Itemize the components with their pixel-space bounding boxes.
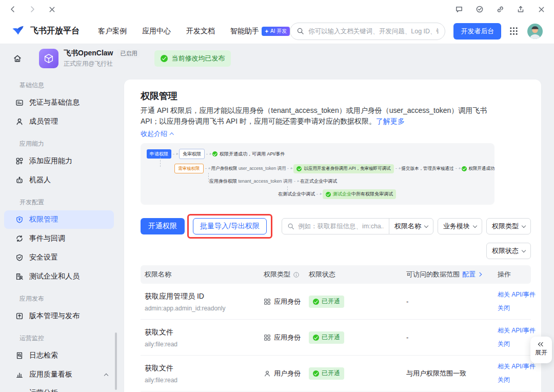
permission-toolbar: 开通权限 批量导入/导出权限 权限名称 业务模块 权限类型 [141, 214, 531, 239]
related-api-link[interactable]: 相关 API/事件 [498, 290, 536, 299]
nav-item-assistant[interactable]: 智能助手 AI 开发 [230, 27, 290, 36]
flow-user-identity-node: 用户身份权限 user_access_token 调用 [211, 166, 286, 172]
filter-module-select[interactable]: 业务模块 [438, 218, 482, 234]
select-label: 权限类型 [492, 222, 519, 231]
related-api-link[interactable]: 相关 API/事件 [498, 326, 536, 335]
sidebar-scrollbar[interactable] [115, 332, 117, 390]
search-input[interactable] [308, 28, 439, 35]
filter-type-select[interactable]: 权限类型 [486, 218, 531, 234]
forward-icon[interactable] [28, 5, 37, 14]
check-icon [313, 335, 319, 341]
filter-status-select[interactable]: 权限状态 [486, 243, 531, 259]
learn-more-link[interactable]: 了解更多 [376, 117, 405, 125]
shield-check-icon [15, 253, 24, 262]
permission-type: 用户身份 [260, 369, 305, 378]
app-identity-icon [264, 334, 271, 341]
user-avatar[interactable] [527, 24, 543, 39]
sidebar-item-label: 权限管理 [29, 215, 58, 224]
permission-name: 获取应用管理员 ID [145, 291, 255, 301]
sidebar-item-permissions[interactable]: 权限管理 [4, 210, 114, 229]
browser-bar [0, 0, 554, 18]
brand[interactable]: 飞书开放平台 [11, 25, 80, 38]
data-scope: 与用户权限范围一致 [402, 369, 493, 378]
sidebar-item-logs[interactable]: 日志检索 [4, 346, 114, 365]
sidebar-item-label: 机器人 [29, 175, 51, 185]
page-description: 开通 API 权限后，应用才能以应用身份（tenant_access_token… [141, 105, 488, 127]
nav-item-cases[interactable]: 客户案例 [98, 27, 127, 36]
sync-arrows-icon [15, 234, 24, 243]
permission-search-group: 权限名称 [282, 218, 433, 234]
select-label: 权限状态 [492, 246, 519, 256]
flow-apply-badge: 申请权限 [147, 149, 171, 159]
nav-item-docs[interactable]: 开发文档 [186, 27, 215, 36]
related-api-link[interactable]: 相关 API/事件 [498, 362, 536, 371]
nav-item-app-center[interactable]: 应用中心 [142, 27, 171, 36]
feishu-logo-icon [11, 25, 26, 38]
flow-connector [173, 154, 177, 154]
permission-code: aily:file:read [145, 377, 255, 384]
sidebar-item-security[interactable]: 安全设置 [4, 248, 114, 267]
developer-console-button[interactable]: 开发者后台 [453, 23, 501, 40]
home-icon[interactable] [8, 49, 27, 68]
close-tab-icon[interactable] [47, 5, 56, 14]
permission-name: 获取文件 [145, 327, 255, 337]
chevron-right-icon [478, 272, 482, 277]
flow-connector [456, 168, 460, 169]
apps-grid-icon[interactable] [506, 23, 521, 40]
collapse-intro-link[interactable]: 收起介绍 [141, 129, 173, 139]
sidebar: 基础信息 凭证与基础信息 成员管理 应用能力 添加应用能力 机器人 开发配置 权… [0, 73, 118, 392]
sidebar-item-label: 应用质量看板 [29, 370, 99, 379]
permission-search[interactable] [282, 223, 389, 230]
sidebar-subitem-analysis[interactable]: 运营分析 [4, 384, 114, 392]
upload-box-icon [15, 312, 24, 320]
table-row: 获取应用管理员 ID admin:app.admin_id:readonly 应… [141, 284, 531, 320]
batch-import-export-button[interactable]: 批量导入/导出权限 [193, 218, 267, 234]
expand-panel-button[interactable]: 展开 [530, 337, 552, 363]
nav-menu: 客户案例 应用中心 开发文档 智能助手 AI 开发 [98, 27, 290, 36]
sidebar-item-add-capability[interactable]: 添加应用能力 [4, 152, 114, 170]
link-icon[interactable] [496, 5, 505, 14]
check-circle-icon[interactable] [475, 5, 484, 14]
share-icon[interactable] [516, 5, 525, 14]
nav-item-label: 智能助手 [230, 27, 259, 36]
close-icon[interactable] [537, 5, 546, 14]
header-scope: 可访问的数据范围 配置 [402, 270, 493, 279]
sidebar-section-dev-config: 开发配置 [0, 190, 118, 210]
sparkle-icon [265, 29, 269, 33]
info-icon[interactable] [293, 271, 300, 278]
back-icon[interactable] [8, 5, 17, 14]
ai-badge-label: AI 开发 [270, 28, 287, 35]
sidebar-item-release[interactable]: 版本管理与发布 [4, 307, 114, 325]
sidebar-section-capability: 应用能力 [0, 131, 118, 151]
app-icon[interactable] [39, 49, 58, 68]
table-row: 获取文件 aily:file:read 用户身份 已开通 与用户权限范围一致 相… [141, 356, 531, 391]
page-title: 权限管理 [141, 90, 531, 102]
publish-status-text: 当前修改均已发布 [171, 54, 225, 63]
sidebar-item-bot[interactable]: 机器人 [4, 171, 114, 189]
comment-icon[interactable] [454, 5, 464, 14]
flow-connector [395, 168, 400, 169]
close-permission-link[interactable]: 关闭 [498, 304, 536, 312]
header-status: 权限状态 [305, 270, 402, 279]
permission-code: admin:app.admin_id:readonly [145, 305, 255, 312]
sidebar-item-quality[interactable]: 应用质量看板 [4, 365, 114, 384]
sidebar-item-test-org[interactable]: 测试企业和人员 [4, 267, 114, 286]
table-header: 权限名称 权限类型 权限状态 可访问的数据范围 配置 操作 [141, 265, 531, 284]
flow-connector [206, 154, 211, 154]
close-permission-link[interactable]: 关闭 [498, 376, 536, 384]
permission-search-input[interactable] [298, 223, 384, 230]
sidebar-item-events[interactable]: 事件与回调 [4, 229, 114, 248]
filter-name-select[interactable]: 权限名称 [389, 219, 433, 234]
sidebar-section-basic: 基础信息 [0, 73, 118, 93]
sidebar-item-credentials[interactable]: 凭证与基础信息 [4, 93, 114, 112]
sidebar-item-members[interactable]: 成员管理 [4, 112, 114, 131]
collapse-intro-label: 收起介绍 [141, 129, 167, 139]
open-permission-button[interactable]: 开通权限 [141, 218, 185, 234]
grid-plus-icon [15, 157, 24, 165]
flow-connector [160, 158, 161, 167]
global-search[interactable] [290, 23, 445, 40]
close-permission-link[interactable]: 关闭 [498, 340, 536, 348]
data-scope: - [402, 298, 493, 305]
flow-tenant-identity-node: 应用身份权限 tenant_access_token 调用 [209, 178, 292, 185]
scope-config-link[interactable]: 配置 [462, 270, 476, 279]
